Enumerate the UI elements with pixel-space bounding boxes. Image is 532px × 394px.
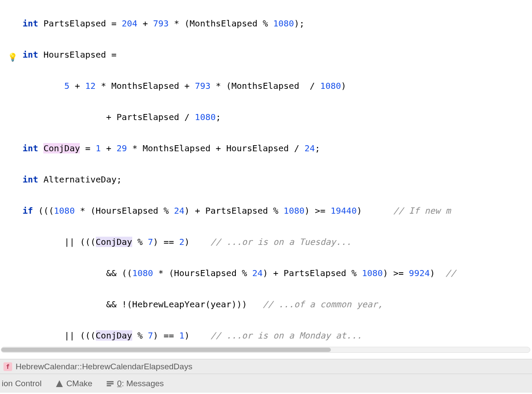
code-line[interactable]: && !(HebrewLeapYear(year))) // ...of a c… — [23, 296, 459, 312]
function-icon: f — [3, 362, 12, 371]
code-line[interactable]: + PartsElapsed / 1080; — [23, 109, 459, 125]
code-line[interactable]: int AlternativeDay; — [23, 172, 459, 187]
scrollbar-thumb[interactable] — [1, 348, 331, 352]
identifier-occurrence: ConjDay — [96, 330, 132, 341]
intention-bulb-icon[interactable]: 💡 — [8, 49, 17, 65]
svg-marker-0 — [56, 380, 63, 387]
messages-icon — [106, 380, 114, 387]
code-line[interactable]: if (((1080 * (HoursElapsed % 24) + Parts… — [23, 203, 459, 218]
code-line[interactable]: && ((1080 * (HoursElapsed % 24) + PartsE… — [23, 265, 459, 281]
svg-rect-3 — [107, 385, 111, 386]
tool-tab-messages[interactable]: 0: Messages — [106, 376, 164, 391]
editor-gutter: 💡 — [0, 0, 22, 355]
code-line[interactable]: int HoursElapsed = — [23, 47, 459, 62]
breadcrumb-text: HebrewCalendar::HebrewCalendarElapsedDay… — [16, 359, 193, 374]
identifier-occurrence: ConjDay — [43, 143, 80, 153]
breadcrumb[interactable]: f HebrewCalendar::HebrewCalendarElapsedD… — [0, 359, 532, 374]
code-block[interactable]: int PartsElapsed = 204 + 793 * (MonthsEl… — [23, 0, 459, 355]
code-line[interactable]: int PartsElapsed = 204 + 793 * (MonthsEl… — [23, 16, 459, 31]
code-line[interactable]: || (((ConjDay % 7) == 1) // ...or is on … — [23, 328, 459, 343]
svg-rect-1 — [107, 381, 114, 382]
horizontal-scrollbar[interactable] — [1, 347, 530, 353]
code-editor[interactable]: 💡 int PartsElapsed = 204 + 793 * (Months… — [0, 0, 532, 355]
tool-window-bar: ion Control CMake 0: Messages — [0, 374, 532, 393]
code-line[interactable]: int ConjDay = 1 + 29 * MonthsElapsed + H… — [23, 140, 459, 156]
svg-rect-2 — [107, 383, 114, 384]
identifier-occurrence: ConjDay — [96, 237, 132, 247]
cmake-icon — [55, 380, 63, 387]
code-line[interactable]: 5 + 12 * MonthsElapsed + 793 * (MonthsEl… — [23, 78, 459, 94]
tool-tab-version-control[interactable]: ion Control — [2, 376, 42, 391]
code-line[interactable]: || (((ConjDay % 7) == 2) // ...or is on … — [23, 234, 459, 250]
tool-tab-cmake[interactable]: CMake — [55, 376, 92, 391]
